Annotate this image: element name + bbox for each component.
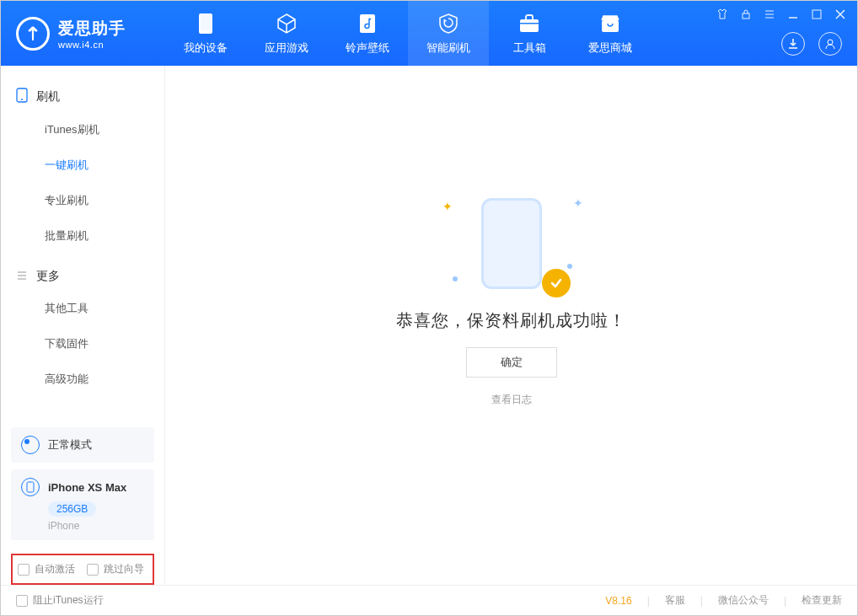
device-storage-badge: 256GB xyxy=(48,501,96,517)
sidebar-item-advanced[interactable]: 高级功能 xyxy=(45,362,164,397)
view-log-link[interactable]: 查看日志 xyxy=(491,393,532,407)
device-mode-box[interactable]: 正常模式 xyxy=(11,427,154,463)
nav: 我的设备 应用游戏 铃声壁纸 智能刷机 工具箱 爱思商城 xyxy=(165,1,651,66)
sidebar-item-download-firmware[interactable]: 下载固件 xyxy=(45,326,164,362)
nav-label: 工具箱 xyxy=(513,40,546,56)
nav-label: 爱思商城 xyxy=(588,40,632,56)
maximize-icon[interactable] xyxy=(810,8,823,21)
content: 刷机 iTunes刷机 一键刷机 专业刷机 批量刷机 更多 其他工具 下载固件 … xyxy=(1,66,857,585)
toolbox-icon xyxy=(517,12,541,35)
nav-my-device[interactable]: 我的设备 xyxy=(165,1,246,66)
minimize-icon[interactable] xyxy=(786,8,800,21)
group-title: 刷机 xyxy=(36,89,60,104)
logo-area: 爱思助手 www.i4.cn xyxy=(1,1,165,66)
success-message: 恭喜您，保资料刷机成功啦！ xyxy=(396,309,626,332)
nav-store[interactable]: 爱思商城 xyxy=(570,1,651,66)
svg-rect-11 xyxy=(27,482,34,492)
svg-rect-6 xyxy=(743,13,749,19)
nav-label: 应用游戏 xyxy=(265,40,308,56)
close-icon[interactable] xyxy=(834,8,847,21)
app-title: 爱思助手 xyxy=(58,18,126,40)
device-name: iPhone XS Max xyxy=(48,481,126,494)
svg-rect-3 xyxy=(520,19,539,32)
svg-rect-4 xyxy=(520,23,539,24)
sidebar-item-batch-flash[interactable]: 批量刷机 xyxy=(45,218,164,254)
sidebar-group-more: 更多 xyxy=(1,262,164,291)
sidebar-item-oneclick-flash[interactable]: 一键刷机 xyxy=(45,147,164,183)
svg-point-10 xyxy=(21,99,23,100)
nav-ringtones[interactable]: 铃声壁纸 xyxy=(327,1,408,66)
options-row: 自动激活 跳过向导 xyxy=(11,554,154,585)
device-icon xyxy=(21,478,40,496)
download-button[interactable] xyxy=(781,32,805,56)
checkbox-label: 自动激活 xyxy=(35,562,75,576)
svg-rect-7 xyxy=(812,10,821,19)
group-title: 更多 xyxy=(36,269,60,284)
shirt-icon[interactable] xyxy=(716,8,729,21)
checkbox-auto-activate[interactable]: 自动激活 xyxy=(18,562,75,576)
footer-link-support[interactable]: 客服 xyxy=(665,593,685,608)
nav-label: 智能刷机 xyxy=(426,40,470,56)
menu-icon[interactable] xyxy=(763,8,776,21)
svg-point-8 xyxy=(828,40,833,45)
ok-button[interactable]: 确定 xyxy=(466,347,557,378)
music-icon xyxy=(356,12,379,35)
success-illustration: ✦ ✦ xyxy=(461,193,562,294)
cube-icon xyxy=(275,12,298,35)
app-subtitle: www.i4.cn xyxy=(58,40,126,50)
checkbox-label: 阻止iTunes运行 xyxy=(33,593,104,608)
lock-icon[interactable] xyxy=(739,8,753,21)
version-label: V8.16 xyxy=(605,595,631,607)
sidebar-item-pro-flash[interactable]: 专业刷机 xyxy=(45,183,164,218)
nav-label: 铃声壁纸 xyxy=(346,40,389,56)
main-panel: ✦ ✦ 恭喜您，保资料刷机成功啦！ 确定 查看日志 xyxy=(165,66,857,585)
mode-icon xyxy=(21,436,40,454)
nav-label: 我的设备 xyxy=(184,40,228,56)
checkbox-icon xyxy=(87,564,99,576)
checkbox-label: 跳过向导 xyxy=(104,562,144,576)
logo-icon xyxy=(16,17,50,51)
checkbox-skip-guide[interactable]: 跳过向导 xyxy=(87,562,144,576)
store-icon xyxy=(598,12,622,35)
sidebar: 刷机 iTunes刷机 一键刷机 专业刷机 批量刷机 更多 其他工具 下载固件 … xyxy=(1,66,165,585)
list-icon xyxy=(16,270,28,284)
checkbox-icon xyxy=(18,564,29,576)
device-detail-box[interactable]: iPhone XS Max 256GB iPhone xyxy=(11,469,154,540)
footer: 阻止iTunes运行 V8.16 | 客服 | 微信公众号 | 检查更新 xyxy=(1,585,857,615)
device-icon xyxy=(194,12,217,35)
device-type: iPhone xyxy=(48,520,144,532)
nav-apps[interactable]: 应用游戏 xyxy=(246,1,327,66)
footer-link-update[interactable]: 检查更新 xyxy=(802,593,842,608)
phone-icon xyxy=(481,198,542,289)
checkbox-icon xyxy=(16,595,28,607)
check-icon xyxy=(542,269,571,297)
window-controls xyxy=(716,8,847,21)
nav-toolbox[interactable]: 工具箱 xyxy=(489,1,570,66)
header-actions xyxy=(781,32,842,56)
nav-flash[interactable]: 智能刷机 xyxy=(408,1,489,66)
phone-icon xyxy=(16,88,28,105)
device-mode-label: 正常模式 xyxy=(48,437,92,453)
footer-link-wechat[interactable]: 微信公众号 xyxy=(718,593,769,608)
shield-icon xyxy=(437,12,460,35)
sidebar-item-itunes-flash[interactable]: iTunes刷机 xyxy=(45,112,164,147)
sidebar-item-other-tools[interactable]: 其他工具 xyxy=(45,291,164,326)
checkbox-block-itunes[interactable]: 阻止iTunes运行 xyxy=(16,593,104,608)
sidebar-group-flash: 刷机 xyxy=(1,81,164,112)
header: 爱思助手 www.i4.cn 我的设备 应用游戏 铃声壁纸 智能刷机 工具箱 爱… xyxy=(1,1,857,66)
svg-rect-1 xyxy=(201,15,211,30)
user-button[interactable] xyxy=(818,32,842,56)
